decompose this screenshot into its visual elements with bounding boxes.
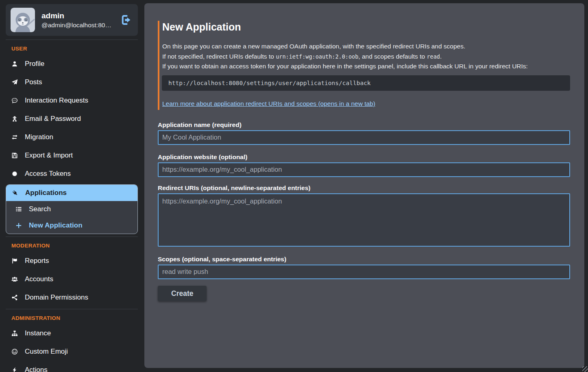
- sidebar-item-label: Actions: [25, 366, 48, 372]
- section-header-user: USER: [11, 46, 138, 52]
- sidebar-item-posts[interactable]: Posts: [6, 73, 138, 91]
- create-button[interactable]: Create: [158, 286, 207, 301]
- redirect-uris-textarea[interactable]: [158, 193, 570, 247]
- page-intro-block: New Application On this page you can cre…: [158, 21, 570, 110]
- sidebar-item-label: Accounts: [25, 275, 53, 283]
- user-info: admin @admin@localhost:80…: [41, 11, 113, 29]
- sidebar-item-label: New Application: [29, 221, 83, 230]
- sidebar-divider: [6, 309, 138, 309]
- desc-line-1: On this page you can create a new manage…: [162, 43, 465, 50]
- page-description: On this page you can create a new manage…: [162, 42, 570, 72]
- scopes-label: Scopes (optional, space-separated entrie…: [158, 256, 570, 263]
- sidebar-divider: [6, 236, 138, 237]
- inline-code-oob: urn:ietf:wg:oauth:2.0:oob: [276, 53, 358, 60]
- sidebar-item-reports[interactable]: Reports: [6, 252, 138, 270]
- sidebar-item-email-password[interactable]: Email & Password: [6, 109, 138, 128]
- inline-code-read: read: [427, 53, 440, 60]
- new-application-form: Application name (required) Application …: [158, 121, 570, 301]
- sidebar-item-applications[interactable]: Applications: [6, 185, 137, 201]
- sidebar-item-label: Custom Emoji: [25, 348, 68, 356]
- sitemap-icon: [11, 330, 19, 337]
- sidebar-item-profile[interactable]: Profile: [6, 55, 138, 73]
- sidebar-item-migration[interactable]: Migration: [6, 128, 138, 146]
- scopes-input[interactable]: [158, 265, 570, 279]
- username: admin: [41, 11, 113, 20]
- settings-app: admin @admin@localhost:80… USER Profile: [0, 0, 588, 372]
- certificate-icon: [11, 171, 19, 177]
- sidebar-item-label: Export & Import: [25, 151, 73, 160]
- learn-more-link[interactable]: Learn more about application redirect UR…: [162, 100, 375, 107]
- sidebar-item-domain-permissions[interactable]: Domain Permissions: [6, 288, 138, 306]
- sidebar-item-label: Migration: [25, 133, 53, 141]
- sidebar-item-applications-search[interactable]: Search: [6, 201, 137, 217]
- user-secret-icon: [11, 116, 19, 122]
- sidebar-item-actions[interactable]: Actions: [6, 361, 138, 372]
- sidebar-item-label: Interaction Requests: [25, 96, 88, 105]
- sidebar-item-label: Posts: [25, 78, 42, 86]
- application-name-input[interactable]: [158, 130, 570, 145]
- sidebar-item-label: Domain Permissions: [25, 293, 88, 302]
- sidebar-item-label: Instance: [25, 329, 51, 337]
- plug-icon: [11, 190, 19, 196]
- users-icon: [11, 276, 19, 282]
- callback-url-code: http://localhost:8080/settings/user/appl…: [162, 75, 570, 91]
- plus-icon: [15, 222, 23, 229]
- sidebar-item-instance[interactable]: Instance: [6, 324, 138, 342]
- sidebar-item-label: Email & Password: [25, 115, 81, 123]
- sidebar-item-custom-emoji[interactable]: Custom Emoji: [6, 342, 138, 361]
- main-panel: New Application On this page you can cre…: [144, 3, 584, 368]
- sidebar-item-label: Profile: [25, 60, 44, 68]
- sidebar-item-label: Access Tokens: [25, 170, 71, 178]
- page-title: New Application: [162, 21, 570, 33]
- window-resize-grip[interactable]: [582, 366, 588, 372]
- section-header-moderation: MODERATION: [11, 243, 138, 249]
- user-card: admin @admin@localhost:80…: [6, 4, 138, 36]
- user-handle: @admin@localhost:80…: [41, 22, 113, 29]
- sidebar-group-applications: Applications Search New Application: [6, 184, 138, 234]
- user-icon: [11, 61, 19, 67]
- sidebar-item-interaction-requests[interactable]: Interaction Requests: [6, 91, 138, 109]
- sidebar-item-export-import[interactable]: Export & Import: [6, 146, 138, 164]
- sidebar-item-applications-new[interactable]: New Application: [6, 217, 137, 234]
- redirect-uris-label: Redirect URIs (optional, newline-separat…: [158, 184, 570, 192]
- sidebar-item-label: Search: [29, 205, 51, 213]
- bolt-icon: [11, 367, 19, 372]
- smile-icon: [11, 348, 19, 355]
- desc-line-2: If not specified, redirect URIs defaults…: [162, 53, 442, 60]
- floppy-disk-icon: [11, 152, 19, 159]
- paper-plane-icon: [11, 79, 19, 85]
- sloth-avatar: [11, 8, 35, 32]
- sidebar-item-label: Reports: [25, 257, 49, 265]
- section-header-administration: ADMINISTRATION: [11, 315, 138, 321]
- comment-dots-icon: [11, 97, 19, 104]
- sidebar-item-accounts[interactable]: Accounts: [6, 270, 138, 288]
- sidebar: admin @admin@localhost:80… USER Profile: [0, 0, 144, 372]
- sidebar-item-label: Applications: [25, 189, 67, 197]
- application-website-input[interactable]: [158, 162, 570, 177]
- sign-out-icon[interactable]: [120, 14, 132, 26]
- list-icon: [15, 206, 23, 212]
- flag-icon: [11, 258, 19, 264]
- application-website-label: Application website (optional): [158, 153, 570, 161]
- desc-line-3: If you want to obtain an access token fo…: [162, 63, 528, 70]
- application-name-label: Application name (required): [158, 121, 570, 129]
- sidebar-item-access-tokens[interactable]: Access Tokens: [6, 164, 138, 183]
- share-nodes-icon: [11, 294, 19, 301]
- exchange-icon: [11, 134, 19, 140]
- sidebar-divider: [6, 39, 138, 40]
